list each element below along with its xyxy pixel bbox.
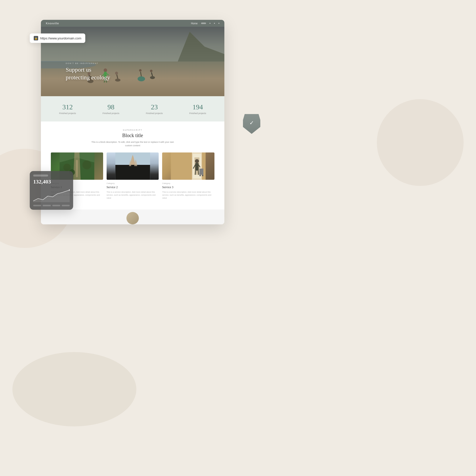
stat-number-2: 23 (146, 103, 163, 111)
analytics-chart (33, 187, 70, 202)
nav-items: Home (191, 22, 219, 25)
shield-badge: ✓ (243, 114, 260, 134)
svg-point-17 (150, 70, 152, 72)
svg-point-12 (115, 79, 120, 82)
service-category-3: Category (162, 182, 214, 184)
svg-point-20 (139, 69, 142, 72)
svg-line-19 (141, 72, 141, 76)
stats-section: 312 Finished projects 98 Finished projec… (41, 96, 224, 121)
analytics-footer-bar-4 (62, 205, 70, 206)
services-title: Block title (51, 133, 214, 138)
analytics-card: 132,403 (30, 171, 73, 210)
services-description: This is a block description. To edit, cl… (51, 140, 214, 148)
stat-label-2: Finished projects (146, 112, 163, 115)
service-desc-3: This is a service description. Add more … (162, 191, 214, 200)
shield-check-icon: ✓ (249, 120, 254, 126)
svg-rect-32 (195, 163, 199, 171)
service-card-2: Category Service 2 This is a service des… (107, 152, 159, 200)
stat-label-3: Finished projects (189, 112, 206, 115)
svg-point-22 (63, 164, 71, 171)
stat-number-1: 98 (102, 103, 119, 111)
svg-point-18 (138, 76, 145, 81)
service-card-3: Category Service 3 This is a service des… (162, 152, 214, 200)
analytics-footer-bar-3 (52, 205, 60, 206)
url-text: https://www.yourdomain.com (40, 36, 81, 40)
lock-icon: 🔒 (34, 36, 38, 40)
avatar-peek (126, 212, 139, 224)
stat-number-0: 312 (59, 103, 76, 111)
services-header: SUPERSCRIPT Block title This is a block … (51, 129, 214, 148)
shield-shape: ✓ (243, 114, 260, 134)
url-bar[interactable]: 🔒 https://www.yourdomain.com (30, 33, 85, 43)
analytics-bar-decoration (33, 175, 48, 177)
service-name-2: Service 2 (107, 185, 159, 189)
analytics-footer (33, 205, 70, 206)
svg-point-31 (195, 159, 199, 163)
svg-rect-37 (200, 169, 204, 175)
svg-point-14 (115, 72, 118, 75)
analytics-footer-bar-1 (33, 205, 41, 206)
bg-decoration-2 (12, 352, 136, 426)
svg-line-35 (195, 171, 196, 175)
service-category-2: Category (107, 182, 159, 184)
services-grid: Category Service 1 This is a service des… (51, 152, 214, 200)
service-image-2 (107, 152, 159, 180)
nav-dot-2 (214, 23, 215, 24)
service-name-3: Service 3 (162, 185, 214, 189)
bottom-section (41, 209, 224, 224)
stat-label-1: Finished projects (102, 112, 119, 115)
nav-placeholder-1 (201, 23, 206, 24)
nav-dot-3 (218, 23, 219, 24)
svg-point-39 (202, 175, 204, 176)
analytics-footer-bar-2 (43, 205, 51, 206)
hero-text: DON'T BE INDIFFERENT Support us protecti… (66, 62, 110, 81)
svg-line-13 (117, 75, 118, 79)
analytics-number: 132,403 (33, 178, 70, 185)
stat-item-1: 98 Finished projects (102, 103, 119, 115)
svg-point-15 (150, 76, 155, 79)
service-image-3 (162, 152, 214, 180)
browser-navbar: Knoxville Home (41, 20, 224, 27)
stat-item-2: 23 Finished projects (146, 103, 163, 115)
stat-number-3: 194 (189, 103, 206, 111)
nav-dot-1 (209, 23, 210, 24)
hero-title: Support us protecting ecology (66, 66, 110, 81)
brand-name: Knoxville (46, 22, 59, 25)
services-superscript: SUPERSCRIPT (51, 129, 214, 131)
svg-point-23 (82, 160, 91, 169)
stat-item-3: 194 Finished projects (189, 103, 206, 115)
bg-decoration-3 (377, 99, 464, 186)
svg-rect-26 (115, 165, 150, 180)
stat-label-0: Finished projects (59, 112, 76, 115)
svg-point-38 (200, 175, 201, 176)
svg-line-36 (198, 171, 199, 175)
svg-line-16 (151, 72, 152, 76)
hero-superscript: DON'T BE INDIFFERENT (66, 62, 110, 64)
nav-home[interactable]: Home (191, 22, 198, 25)
service-desc-2: This is a service description. Add more … (107, 191, 159, 200)
stat-item-0: 312 Finished projects (59, 103, 76, 115)
